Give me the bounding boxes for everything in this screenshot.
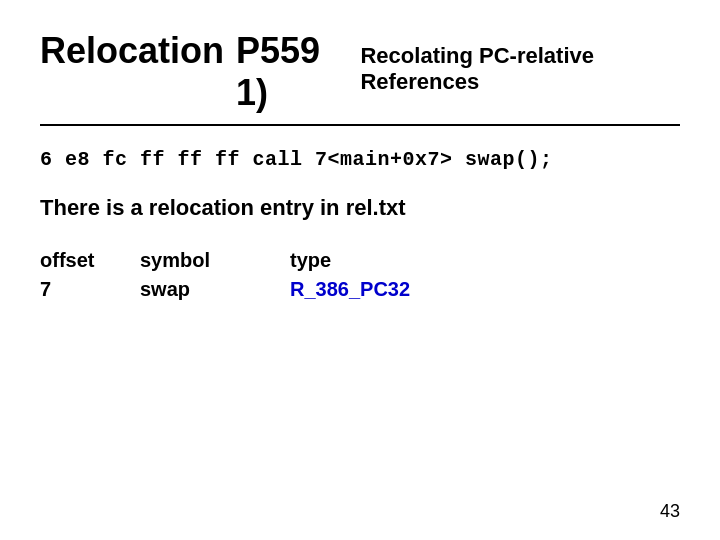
description-text: There is a relocation entry in rel.txt	[40, 195, 680, 221]
header-row: Relocation P559 1) Recolating PC-relativ…	[40, 30, 680, 114]
col-header-symbol: symbol	[140, 249, 290, 272]
title-subtitle: Recolating PC-relative References	[360, 43, 680, 95]
code-line: 6 e8 fc ff ff ff call 7<main+0x7> swap()…	[40, 148, 680, 171]
col-val-type: R_386_PC32	[290, 278, 440, 301]
col-val-offset: 7	[40, 278, 140, 301]
header-divider	[40, 124, 680, 126]
table-data-row: 7 swap R_386_PC32	[40, 278, 680, 301]
title-relocation: Relocation	[40, 30, 224, 72]
col-header-offset: offset	[40, 249, 140, 272]
slide-container: Relocation P559 1) Recolating PC-relativ…	[0, 0, 720, 540]
col-header-type: type	[290, 249, 440, 272]
table-header-row: offset symbol type	[40, 249, 680, 272]
title-p559: P559 1)	[236, 30, 348, 114]
page-number: 43	[660, 501, 680, 522]
col-val-symbol: swap	[140, 278, 290, 301]
relocation-table: offset symbol type 7 swap R_386_PC32	[40, 249, 680, 301]
